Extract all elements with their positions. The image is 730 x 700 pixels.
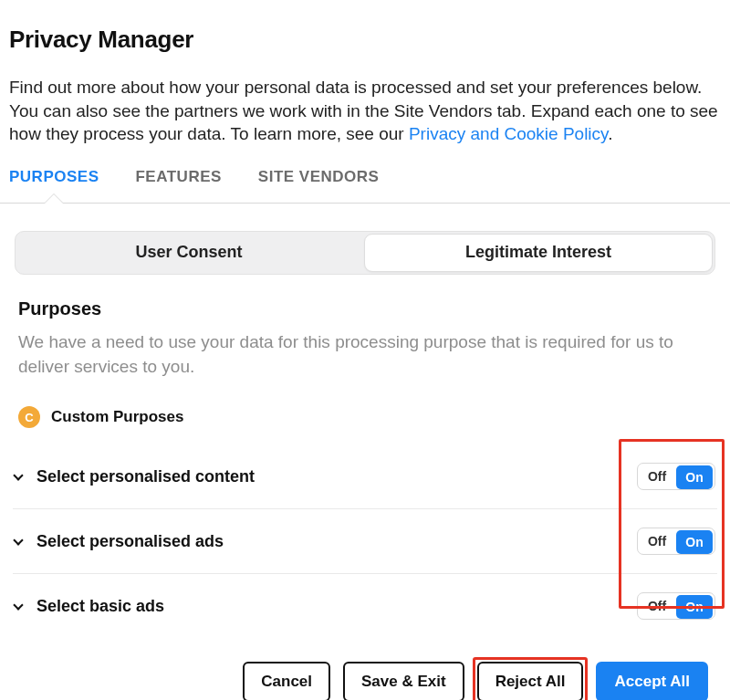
custom-purposes-label: Custom Purposes [51, 408, 183, 426]
toggle-off-label: Off [638, 593, 676, 619]
expand-select-personalised-ads[interactable]: Select personalised ads [15, 532, 224, 551]
section-title: Purposes [18, 298, 712, 319]
privacy-manager-dialog: Privacy Manager Find out more about how … [0, 0, 730, 700]
page-title: Privacy Manager [9, 26, 721, 54]
purpose-label: Select basic ads [36, 597, 164, 616]
toggle-on-label: On [676, 530, 713, 554]
intro-text: Find out more about how your personal da… [9, 76, 721, 146]
toggle-on-label: On [676, 595, 713, 619]
expand-select-personalised-content[interactable]: Select personalised content [15, 467, 255, 486]
save-exit-button[interactable]: Save & Exit [343, 662, 464, 700]
toggle-select-personalised-content[interactable]: Off On [637, 463, 715, 490]
toggle-select-basic-ads[interactable]: Off On [637, 592, 715, 620]
purposes-list: Select personalised content Off On Selec… [9, 444, 721, 638]
toggle-off-label: Off [638, 528, 676, 554]
list-item: Select personalised content Off On [13, 444, 717, 509]
annotation-highlight-reject: Reject All [477, 662, 584, 700]
segment-user-consent[interactable]: User Consent [16, 232, 362, 274]
privacy-policy-link[interactable]: Privacy and Cookie Policy [409, 124, 608, 143]
tabs: PURPOSES FEATURES SITE VENDORS [9, 168, 721, 203]
tab-features[interactable]: FEATURES [135, 168, 221, 203]
chevron-down-icon [13, 600, 23, 610]
custom-badge-icon: C [18, 406, 40, 428]
tab-purposes[interactable]: PURPOSES [9, 168, 99, 203]
list-item: Select basic ads Off On [13, 574, 717, 638]
purpose-label: Select personalised ads [36, 532, 224, 551]
footer-actions: Cancel Save & Exit Reject All Accept All [9, 638, 721, 700]
purposes-section: Purposes We have a need to use your data… [9, 275, 721, 444]
list-item: Select personalised ads Off On [13, 509, 717, 574]
toggle-off-label: Off [638, 464, 676, 489]
tab-site-vendors[interactable]: SITE VENDORS [258, 168, 380, 203]
intro-after: . [608, 124, 612, 143]
consent-mode-toggle: User Consent Legitimate Interest [15, 231, 715, 275]
expand-select-basic-ads[interactable]: Select basic ads [15, 597, 164, 616]
chevron-down-icon [13, 470, 23, 480]
accept-all-button[interactable]: Accept All [596, 662, 708, 700]
reject-all-button[interactable]: Reject All [477, 662, 584, 700]
segment-legitimate-interest[interactable]: Legitimate Interest [364, 234, 713, 272]
toggle-select-personalised-ads[interactable]: Off On [637, 528, 715, 555]
chevron-down-icon [13, 535, 23, 545]
cancel-button[interactable]: Cancel [243, 662, 330, 700]
section-description: We have a need to use your data for this… [18, 330, 712, 379]
toggle-on-label: On [676, 465, 713, 489]
custom-purposes-row[interactable]: C Custom Purposes [18, 401, 712, 444]
purpose-label: Select personalised content [36, 467, 255, 486]
